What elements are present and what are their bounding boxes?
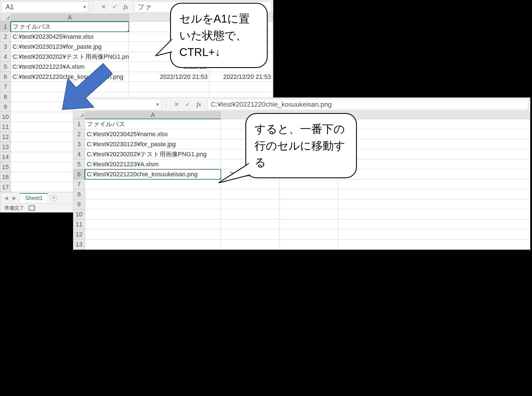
row-header[interactable]: 13 bbox=[73, 239, 85, 250]
cell[interactable] bbox=[279, 219, 338, 229]
cell[interactable]: C:¥test¥20230425¥name.xlsx bbox=[85, 129, 221, 139]
row-header[interactable]: 7 bbox=[73, 179, 85, 189]
row-header[interactable]: 1 bbox=[0, 22, 11, 32]
cell[interactable] bbox=[221, 189, 279, 199]
cancel-icon[interactable]: ✕ bbox=[171, 99, 182, 110]
cell[interactable] bbox=[279, 239, 338, 250]
cell[interactable] bbox=[279, 179, 338, 189]
row-header[interactable]: 15 bbox=[0, 162, 11, 172]
cell[interactable] bbox=[338, 129, 530, 139]
row-header[interactable]: 10 bbox=[73, 209, 85, 219]
row-header[interactable]: 2 bbox=[0, 32, 11, 42]
chevron-down-icon[interactable]: ▼ bbox=[156, 102, 159, 107]
cell[interactable] bbox=[221, 199, 279, 209]
cell[interactable] bbox=[85, 199, 221, 209]
row-header[interactable]: 12 bbox=[0, 132, 11, 142]
row-header[interactable]: 3 bbox=[0, 42, 11, 52]
cell[interactable]: C:¥test¥20230425¥name.xlsx bbox=[11, 32, 129, 42]
cell[interactable] bbox=[338, 179, 530, 189]
cell[interactable] bbox=[221, 229, 279, 239]
cell[interactable] bbox=[279, 209, 338, 219]
row-header[interactable]: 6 bbox=[73, 169, 85, 179]
cell[interactable] bbox=[338, 169, 530, 179]
fx-icon[interactable]: fx bbox=[120, 1, 131, 13]
formula-text: C:¥test¥20221220chie_kosuukeisan.png bbox=[211, 101, 332, 108]
row: 11 bbox=[73, 219, 530, 229]
column-header-rest[interactable] bbox=[338, 111, 530, 119]
cell[interactable] bbox=[129, 82, 209, 92]
check-icon[interactable]: ✓ bbox=[182, 99, 193, 110]
cell[interactable] bbox=[338, 119, 530, 129]
row-header[interactable]: 8 bbox=[0, 92, 11, 102]
fx-icon[interactable]: fx bbox=[193, 99, 204, 110]
cancel-icon[interactable]: ✕ bbox=[98, 1, 109, 13]
row-header[interactable]: 16 bbox=[0, 172, 11, 182]
row-header[interactable]: 14 bbox=[0, 152, 11, 162]
cell[interactable]: C:¥test¥20230123¥for_paste.jpg bbox=[11, 42, 129, 52]
select-all-corner[interactable] bbox=[0, 14, 11, 21]
column-header-a[interactable]: A bbox=[11, 14, 129, 21]
row-header[interactable]: 6 bbox=[0, 72, 11, 82]
cell[interactable]: C:¥test¥20221220chie_kosuukeisan.png bbox=[85, 169, 221, 179]
add-sheet-icon[interactable]: + bbox=[50, 195, 57, 201]
status-text: 準備完了 bbox=[4, 205, 24, 211]
row-header[interactable]: 9 bbox=[0, 102, 11, 112]
cell[interactable] bbox=[85, 239, 221, 250]
cell[interactable] bbox=[279, 189, 338, 199]
cell[interactable] bbox=[338, 229, 530, 239]
row-header[interactable]: 11 bbox=[73, 219, 85, 229]
cell[interactable] bbox=[85, 209, 221, 219]
row-header[interactable]: 11 bbox=[0, 122, 11, 132]
cell[interactable] bbox=[85, 189, 221, 199]
cell[interactable]: C:¥test¥20221223¥A.xlsm bbox=[85, 159, 221, 169]
row-header[interactable]: 5 bbox=[0, 62, 11, 72]
row: 6C:¥test¥20221220chie_kosuukeisan.png202… bbox=[0, 72, 273, 82]
row-header[interactable]: 5 bbox=[73, 159, 85, 169]
check-icon[interactable]: ✓ bbox=[109, 1, 120, 13]
cell[interactable] bbox=[338, 139, 530, 149]
cell[interactable]: 2022/12/20 21:53 bbox=[129, 72, 209, 82]
row-header[interactable]: 7 bbox=[0, 82, 11, 92]
cell[interactable] bbox=[338, 239, 530, 250]
name-box[interactable]: A1 ▼ bbox=[2, 1, 88, 13]
cell[interactable]: 2022/12/20 21:53 bbox=[209, 72, 273, 82]
cell[interactable] bbox=[221, 209, 279, 219]
cell[interactable] bbox=[338, 159, 530, 169]
cell[interactable]: C:¥test¥20230202¥テスト用画像PNG1.png bbox=[85, 149, 221, 159]
row-header[interactable]: 8 bbox=[73, 189, 85, 199]
cell[interactable] bbox=[279, 199, 338, 209]
cell[interactable] bbox=[85, 229, 221, 239]
row-header[interactable]: 12 bbox=[73, 229, 85, 239]
accessibility-icon[interactable] bbox=[29, 206, 35, 211]
arrow-icon bbox=[54, 53, 116, 125]
cell[interactable] bbox=[221, 219, 279, 229]
cell[interactable] bbox=[338, 149, 530, 159]
row-header[interactable]: 17 bbox=[0, 182, 11, 192]
row-header[interactable]: 13 bbox=[0, 142, 11, 152]
chevron-down-icon[interactable]: ▼ bbox=[83, 5, 86, 9]
cell[interactable] bbox=[279, 229, 338, 239]
cell[interactable] bbox=[338, 219, 530, 229]
row-header[interactable]: 2 bbox=[73, 129, 85, 139]
callout-text: セルをA1に置いた状態で、CTRL+↓ bbox=[179, 13, 250, 58]
row: 7 bbox=[0, 82, 273, 92]
cell[interactable] bbox=[338, 189, 530, 199]
cell[interactable] bbox=[209, 82, 273, 92]
cell[interactable] bbox=[85, 179, 221, 189]
cell[interactable]: ファイルパス bbox=[11, 22, 129, 32]
sheet-tab[interactable]: Sheet1 bbox=[20, 193, 48, 202]
formula-content[interactable]: C:¥test¥20221220chie_kosuukeisan.png bbox=[207, 99, 528, 110]
cell[interactable] bbox=[338, 199, 530, 209]
tab-prev-icon[interactable]: ◀ bbox=[3, 195, 9, 201]
tab-next-icon[interactable]: ▶ bbox=[11, 195, 18, 201]
row-header[interactable]: 4 bbox=[73, 149, 85, 159]
row-header[interactable]: 9 bbox=[73, 199, 85, 209]
row-header[interactable]: 10 bbox=[0, 112, 11, 122]
cell[interactable] bbox=[338, 209, 530, 219]
row-header[interactable]: 3 bbox=[73, 139, 85, 149]
cell[interactable] bbox=[221, 239, 279, 250]
row-header[interactable]: 4 bbox=[0, 52, 11, 62]
cell[interactable]: C:¥test¥20230123¥for_paste.jpg bbox=[85, 139, 221, 149]
cell[interactable] bbox=[85, 219, 221, 229]
grip-icon: ⋮ bbox=[88, 4, 98, 10]
